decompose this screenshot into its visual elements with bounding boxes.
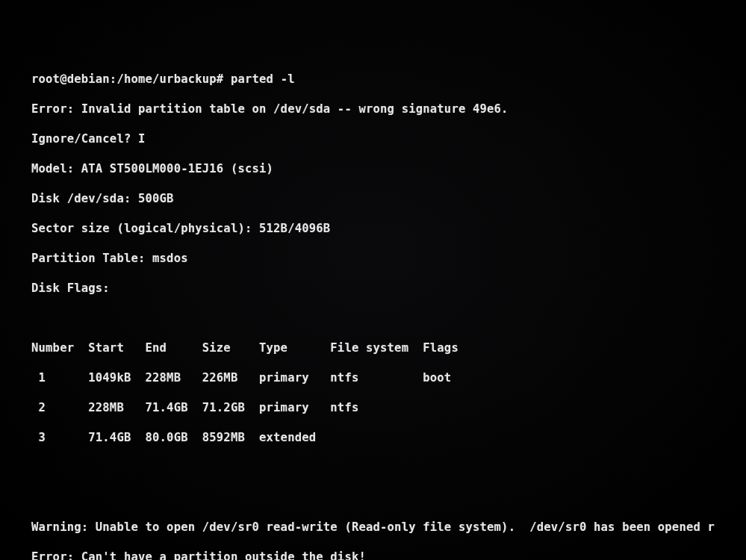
parted-sda-ptable: Partition Table: msdos — [31, 251, 746, 266]
parted-sda-ignore: Ignore/Cancel? I — [31, 131, 746, 146]
prompt: root@debian:/home/urbackup# — [31, 72, 223, 86]
parted-sda-model: Model: ATA ST500LM000-1EJ16 (scsi) — [31, 161, 746, 176]
parted-sda-sector: Sector size (logical/physical): 512B/409… — [31, 221, 746, 236]
cmd-parted: parted -l — [231, 72, 295, 86]
blank-line-1 — [31, 311, 746, 326]
blank-line-3 — [31, 490, 746, 505]
parted-sda-error: Error: Invalid partition table on /dev/s… — [31, 102, 746, 116]
parted-row-2: 2 228MB 71.4GB 71.2GB primary ntfs — [31, 400, 746, 415]
blank-line-2 — [31, 460, 746, 475]
parted-sda-disk: Disk /dev/sda: 500GB — [31, 191, 746, 206]
prompt-line-parted[interactable]: root@debian:/home/urbackup# parted -l — [31, 72, 746, 87]
parted-row-3: 3 71.4GB 80.0GB 8592MB extended — [31, 430, 746, 445]
parted-row-1: 1 1049kB 228MB 226MB primary ntfs boot — [31, 370, 746, 385]
parted-sda-flags: Disk Flags: — [31, 281, 746, 296]
parted-sr0-error: Error: Can't have a partition outside th… — [31, 550, 746, 560]
parted-header: Number Start End Size Type File system F… — [31, 340, 746, 355]
parted-sr0-warn: Warning: Unable to open /dev/sr0 read-wr… — [31, 520, 746, 535]
